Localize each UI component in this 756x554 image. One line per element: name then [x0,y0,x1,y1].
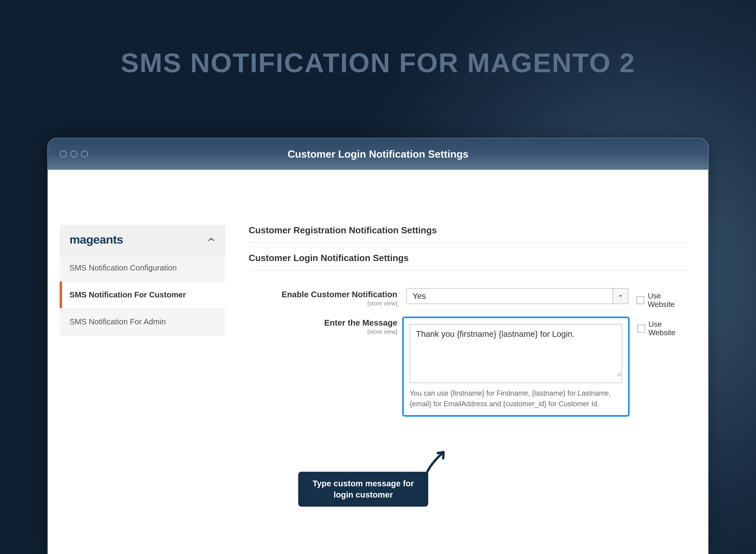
enable-scope: [store view] [249,300,397,307]
resize-handle-icon[interactable] [617,372,621,377]
checkbox-icon [638,325,645,332]
enable-select[interactable]: Yes [406,288,628,304]
checkbox-icon [637,296,644,304]
message-textarea[interactable]: Thank you {firstname} {lastname} for Log… [410,324,622,383]
browser-window: Customer Login Notification Settings mag… [47,138,709,554]
browser-content: mageants SMS Notification Configuration … [48,170,708,436]
checkbox-label: Use Website [649,320,689,337]
message-scope: [store view] [249,328,397,335]
sidebar-item-label: SMS Notification For Admin [69,317,166,326]
form-control-col: Yes Use Website [406,288,689,309]
form-control-col: Thank you {firstname} {lastname} for Log… [406,317,689,417]
chevron-up-icon [207,236,215,243]
form-label-col: Enable Customer Notification [store view… [249,288,406,307]
sidebar-item-label: SMS Notification Configuration [69,264,177,272]
textarea-wrapper: Thank you {firstname} {lastname} for Log… [410,324,622,383]
message-helper-text: You can use {firstname} for Firstname, {… [410,388,622,409]
sidebar-item-label: SMS Notification For Customer [69,290,186,299]
checkbox-label: Use Website [648,292,689,309]
highlight-box: Thank you {firstname} {lastname} for Log… [402,317,629,417]
sidebar-item-sms-customer[interactable]: SMS Notification For Customer [60,281,225,309]
sidebar-header[interactable]: mageants [60,225,225,255]
logo: mageants [69,233,123,246]
enable-select-value: Yes [406,288,613,304]
hero-title: SMS NOTIFICATION FOR MAGENTO 2 [0,47,756,78]
section-heading-registration[interactable]: Customer Registration Notification Setti… [249,225,689,243]
form-label-col: Enter the Message [store view] [249,317,406,335]
message-use-website[interactable]: Use Website [638,317,689,337]
callout-box: Type custom message for login customer [298,472,428,507]
message-label: Enter the Message [249,318,397,328]
sidebar: mageants SMS Notification Configuration … [60,225,225,425]
browser-titlebar: Customer Login Notification Settings [48,138,708,170]
caret-down-icon [613,288,628,304]
enable-label: Enable Customer Notification [249,290,397,299]
enable-use-website[interactable]: Use Website [637,288,689,309]
sidebar-item-sms-admin[interactable]: SMS Notification For Admin [60,309,225,335]
form-row-message: Enter the Message [store view] Thank you… [249,317,689,417]
main-content: Customer Registration Notification Setti… [249,225,696,425]
section-heading-login[interactable]: Customer Login Notification Settings [249,253,689,271]
callout-text: Type custom message for login customer [307,478,419,500]
window-title: Customer Login Notification Settings [48,148,708,160]
form-row-enable: Enable Customer Notification [store view… [249,288,689,309]
sidebar-item-sms-config[interactable]: SMS Notification Configuration [60,255,225,281]
